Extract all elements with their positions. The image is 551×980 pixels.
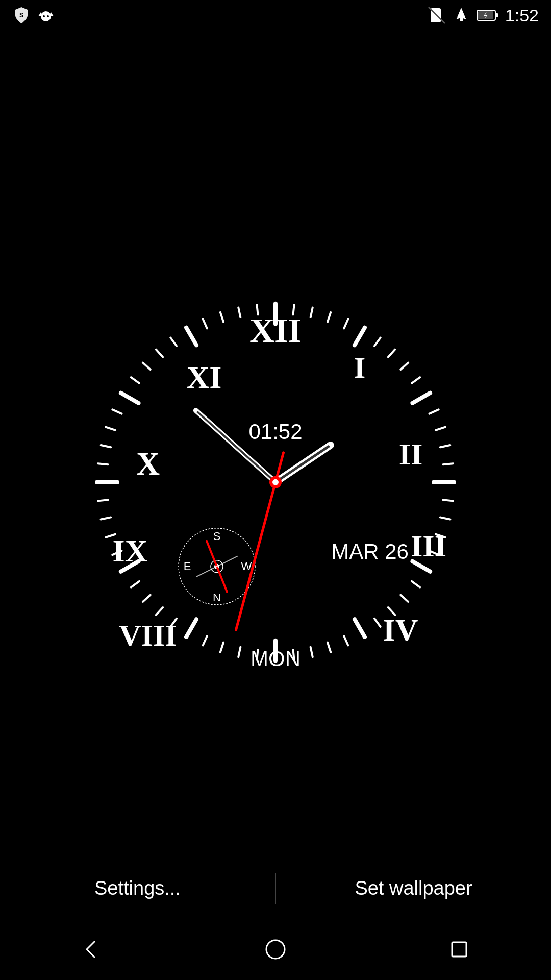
recents-button[interactable] — [439, 929, 480, 970]
clock-face: XII I II III IV V VI VII VIII IX X XI 01… — [82, 288, 469, 676]
svg-text:III: III — [411, 529, 446, 563]
svg-text:I: I — [354, 351, 366, 384]
svg-line-90 — [98, 463, 108, 464]
set-wallpaper-button[interactable]: Set wallpaper — [276, 863, 551, 914]
airplane-icon — [452, 6, 470, 24]
date-display: MAR 26 — [331, 540, 409, 564]
back-button[interactable] — [71, 929, 112, 970]
digital-time: 01:52 — [248, 420, 302, 444]
svg-text:X: X — [136, 446, 160, 482]
svg-text:S: S — [19, 12, 23, 19]
svg-line-45 — [293, 305, 294, 315]
svg-line-75 — [257, 650, 258, 660]
svg-line-103 — [257, 305, 258, 315]
nav-bar — [0, 919, 551, 980]
svg-rect-105 — [452, 942, 466, 957]
status-time: 1:52 — [505, 6, 539, 26]
settings-button[interactable]: Settings... — [0, 863, 275, 914]
home-button[interactable] — [255, 929, 296, 970]
svg-line-58 — [443, 463, 453, 464]
svg-text:S: S — [213, 530, 221, 543]
svg-text:IX: IX — [113, 533, 148, 568]
cat-icon — [37, 6, 55, 24]
svg-line-88 — [98, 500, 108, 501]
battery-icon — [477, 8, 499, 22]
status-bar-right: 1:52 — [428, 6, 539, 26]
svg-text:N: N — [213, 591, 221, 604]
svg-point-4 — [43, 15, 45, 17]
svg-point-104 — [266, 940, 285, 959]
svg-text:IV: IV — [383, 612, 418, 647]
svg-text:VIII: VIII — [119, 619, 177, 652]
svg-text:II: II — [399, 437, 423, 471]
svg-line-60 — [443, 500, 453, 501]
svg-rect-10 — [460, 17, 463, 21]
set-wallpaper-label: Set wallpaper — [355, 877, 472, 899]
svg-point-5 — [47, 15, 49, 17]
shield-icon: S — [12, 6, 31, 24]
svg-text:W: W — [241, 560, 252, 573]
settings-label: Settings... — [94, 877, 181, 899]
svg-text:E: E — [184, 560, 191, 573]
svg-line-73 — [293, 650, 294, 660]
svg-point-43 — [272, 479, 279, 485]
no-sim-icon — [428, 6, 446, 24]
status-bar: S — [0, 0, 551, 31]
svg-rect-12 — [495, 13, 498, 17]
status-bar-left: S — [12, 6, 55, 24]
svg-text:XI: XI — [187, 360, 222, 395]
svg-rect-14 — [478, 11, 493, 19]
bottom-bar: Settings... Set wallpaper — [0, 863, 551, 914]
clock-container: XII I II III IV V VI VII VIII IX X XI 01… — [82, 288, 469, 676]
